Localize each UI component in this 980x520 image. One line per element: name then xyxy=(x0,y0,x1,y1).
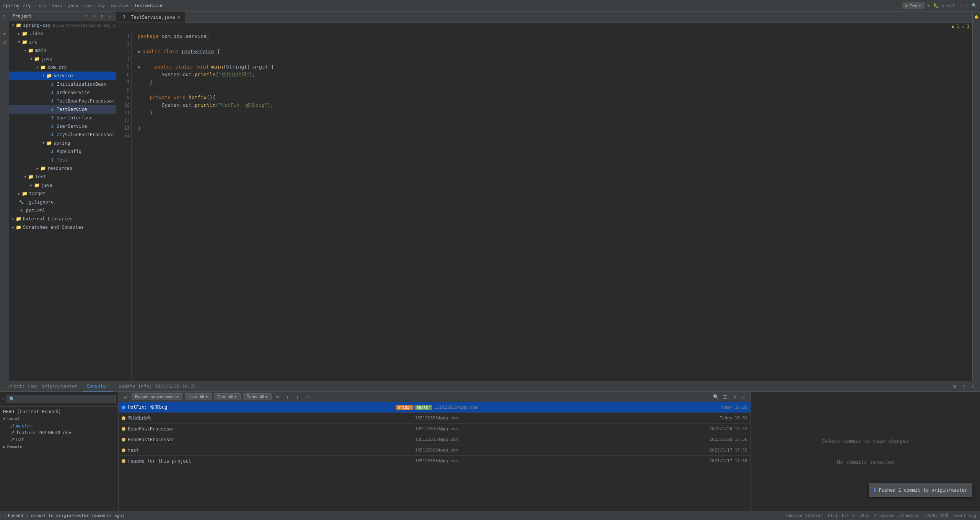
status-git-branch[interactable]: ⎇ master xyxy=(899,513,921,518)
tab-update-info[interactable]: Update Info: 2023/6/30 16:21 ✕ xyxy=(115,381,203,391)
settings-gear-icon[interactable]: ⚙ xyxy=(951,383,959,390)
git-log-toolbar: ↺ Branch: origin/master ▼ User: All ▼ Da… xyxy=(119,392,750,402)
structure-icon[interactable]: ≡ xyxy=(1,30,8,37)
branch-filter-btn[interactable]: Branch: origin/master ▼ xyxy=(132,393,182,400)
close-panel-icon[interactable]: ✕ xyxy=(107,13,113,19)
date-filter-btn[interactable]: Date: All ▼ xyxy=(214,393,241,400)
tree-spring[interactable]: ▼ 📁 spring xyxy=(9,139,116,147)
spring-folder-icon: 📁 xyxy=(46,140,52,146)
restore-icon[interactable]: ⬆ xyxy=(960,383,968,390)
tree-test-java[interactable]: ▶ 📁 java xyxy=(9,181,116,189)
run-arrow-5[interactable]: ▶ xyxy=(138,64,141,70)
git-commit-row-2[interactable]: 初始化代码 1351228334@qq.com Today 16:01 xyxy=(119,413,750,424)
gitignore-label: .gitignore xyxy=(26,199,54,205)
project-toggle-icon[interactable]: P xyxy=(1,13,8,21)
console-close-icon[interactable]: ✕ xyxy=(107,384,109,388)
build-icon[interactable]: ⚙ xyxy=(942,3,944,8)
filter-icon[interactable]: ☰ xyxy=(721,393,729,401)
tree-idea[interactable]: ▶ 📁 .idea xyxy=(9,29,116,38)
commit-author-6: 1351228334@qq.com xyxy=(415,458,605,463)
sync-icon[interactable]: ⇄ xyxy=(274,393,282,401)
git-commit-row-5[interactable]: test 1351228334@qq.com 2023/2/17 17:59 xyxy=(119,445,750,456)
tree-pom[interactable]: X pom.xml xyxy=(9,206,116,215)
git-commit-row-4[interactable]: BeanPostProcessor 1351228334@qq.com 2023… xyxy=(119,434,750,445)
tree-scratches[interactable]: ▶ 📁 Scratches and Consoles xyxy=(9,223,116,231)
branch-master[interactable]: ⎇ master xyxy=(0,422,118,429)
chevron-right-icon: ▶ xyxy=(17,191,21,196)
tree-root[interactable]: ▼ 📁 spring-zzy D:/work/workspace2/spring… xyxy=(9,21,116,29)
user-filter-btn[interactable]: User: All ▼ xyxy=(185,393,212,400)
status-csdn[interactable]: CSDN: 品质 xyxy=(925,513,949,518)
debug-icon[interactable]: 🐛 xyxy=(933,3,939,8)
refresh-icon[interactable]: ↺ xyxy=(122,393,129,401)
tree-zzyvpp[interactable]: J ZzyValuePostProcessor xyxy=(9,130,116,139)
status-indent[interactable]: 4 spaces xyxy=(874,513,894,518)
tree-appconfig[interactable]: J AppConfig xyxy=(9,147,116,156)
tree-target[interactable]: ▶ 📁 target xyxy=(9,189,116,198)
bookmark-icon[interactable]: ☆ xyxy=(1,21,8,29)
layout-icon[interactable]: ⊞ xyxy=(731,393,738,401)
status-event-log[interactable]: Event Log xyxy=(953,513,976,518)
status-encoding[interactable]: UTF-8 xyxy=(842,513,855,518)
branch-uat[interactable]: ⎇ uat xyxy=(0,436,118,443)
tree-initbean[interactable]: J InitializationBean xyxy=(9,80,116,88)
more-options-icon[interactable]: ⋯ xyxy=(740,393,747,401)
status-tabnine[interactable]: tabnine Starter xyxy=(785,513,822,518)
code-content[interactable]: package com.zzy.service; ▶public class T… xyxy=(132,29,972,381)
git-icon: ⎇ xyxy=(7,384,12,389)
tree-src[interactable]: ▼ 📁 src xyxy=(9,38,116,46)
pull-icon[interactable]: ↓ xyxy=(294,393,301,401)
tree-userinterface[interactable]: J UserInterface xyxy=(9,114,116,122)
push-icon[interactable]: ↑ xyxy=(284,393,291,401)
branch-local-header[interactable]: ▼ Local xyxy=(0,415,118,422)
tab-console[interactable]: Console ✕ xyxy=(83,381,113,391)
chevron-right-icon: ▶ xyxy=(29,183,34,187)
tree-ext-libs[interactable]: ▶ 📁 External Libraries xyxy=(9,215,116,223)
tree-testservice[interactable]: J TestService xyxy=(9,105,116,114)
tree-testbeanpost[interactable]: J TestBeanPostProcessor xyxy=(9,97,116,105)
no-commits-text: No commits selected xyxy=(837,459,894,465)
git-commit-row-6[interactable]: readme for this project 1351228334@qq.co… xyxy=(119,456,750,466)
git-push-icon[interactable]: ↑ xyxy=(960,3,963,8)
git-commit-row-1[interactable]: HotFix: 修复bug origin master 1351228334@q… xyxy=(119,402,750,413)
git-check-icon[interactable]: ✓ xyxy=(966,3,969,8)
notifications-icon[interactable]: 🔔 xyxy=(973,13,980,21)
tree-root-path: D:/work/workspace2/spring-zzy xyxy=(53,23,116,28)
tab-close-icon[interactable]: ✕ xyxy=(177,15,180,20)
collapse-all-icon[interactable]: ⬆ xyxy=(84,13,90,19)
tree-com-zzy[interactable]: ▼ 📁 com.zzy xyxy=(9,63,116,72)
prev-icon[interactable]: ‹ xyxy=(2,396,5,402)
branch-head[interactable]: HEAD (Current Branch) xyxy=(0,408,118,415)
play-icon[interactable]: ▶ xyxy=(928,3,930,8)
paths-filter-btn[interactable]: Paths: All ▼ xyxy=(243,393,272,400)
run-arrow-3[interactable]: ▶ xyxy=(138,49,141,54)
fetch-icon[interactable]: ↓↑ xyxy=(304,393,311,401)
status-line-sep[interactable]: CRLF xyxy=(859,513,869,518)
branch-remote-header[interactable]: ▶ Remote xyxy=(0,443,118,450)
search-icon[interactable]: 🔍 xyxy=(972,3,977,8)
tree-java[interactable]: ▼ 📁 java xyxy=(9,55,116,63)
git-search-input[interactable] xyxy=(7,395,116,403)
tree-userservice[interactable]: J UserService xyxy=(9,122,116,130)
tree-orderservice[interactable]: J OrderService xyxy=(9,88,116,97)
tree-service[interactable]: ▼ 📁 service xyxy=(9,72,116,80)
editor-tab-testservice[interactable]: J TestService.java ✕ xyxy=(116,11,185,23)
update-close-icon[interactable]: ✕ xyxy=(197,385,199,388)
search-commits-icon[interactable]: 🔍 xyxy=(712,393,720,401)
git-commit-row-3[interactable]: BeanPostProcessor 1351228334@qq.com 2023… xyxy=(119,424,750,434)
expand-icon[interactable]: ⬇ xyxy=(91,13,98,19)
status-position[interactable]: 14:1 xyxy=(827,513,838,518)
tree-resources[interactable]: ▶ 📁 resources xyxy=(9,164,116,173)
tab-git-log[interactable]: ⎇ Git: Log: origin/master xyxy=(3,381,81,391)
close-panel-icon[interactable]: ✕ xyxy=(969,383,977,390)
run-button[interactable]: ▶ Test ▼ xyxy=(902,2,925,9)
tree-gitignore[interactable]: 🔧 .gitignore xyxy=(9,198,116,206)
tree-main[interactable]: ▼ 📁 main xyxy=(9,46,116,55)
chevron-down-icon: ▼ xyxy=(11,23,15,28)
tree-test-class[interactable]: J Test xyxy=(9,156,116,164)
tree-test-folder[interactable]: ▼ 📁 test xyxy=(9,173,116,181)
app-title: spring-zzy xyxy=(3,3,31,8)
vcs-icon[interactable]: ⎇ xyxy=(1,38,8,46)
settings-icon[interactable]: ⚙ xyxy=(99,13,105,19)
branch-feature[interactable]: ⎇ feature-20230630-dev xyxy=(0,429,118,436)
